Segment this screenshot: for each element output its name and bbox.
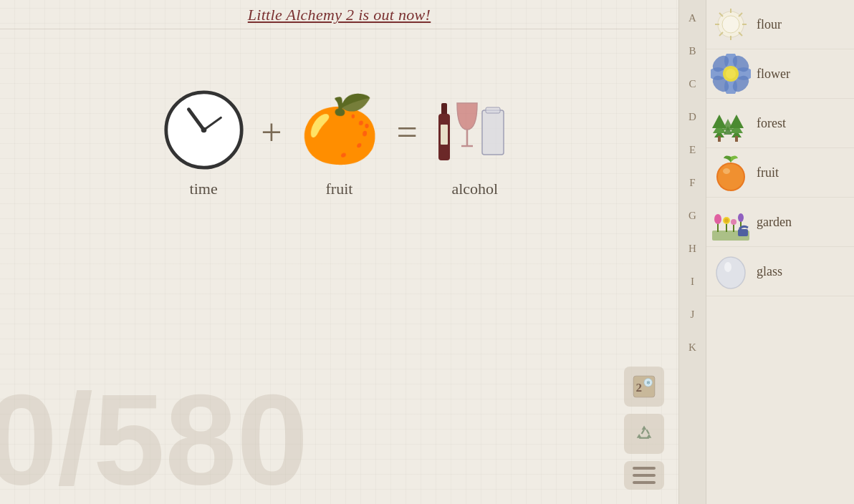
equation-area: time + 🍊 fruit =: [0, 87, 678, 198]
alchemy2-button[interactable]: 2 ❄: [624, 367, 664, 407]
garden-icon: [711, 202, 751, 242]
svg-point-30: [722, 16, 739, 33]
svg-text:❄: ❄: [646, 379, 651, 386]
fruit-label: fruit: [326, 180, 353, 198]
svg-line-19: [646, 430, 648, 434]
menu-line-2: [633, 474, 656, 477]
alpha-J[interactable]: J: [679, 298, 706, 331]
alpha-H[interactable]: H: [679, 232, 706, 265]
reset-button[interactable]: [624, 414, 664, 454]
alcohol-icon: [432, 87, 518, 173]
items-list: flour flower: [706, 0, 854, 504]
alpha-D[interactable]: D: [679, 100, 706, 133]
flower-icon: [711, 54, 751, 94]
svg-text:2: 2: [636, 381, 643, 394]
bottom-buttons: 2 ❄: [624, 367, 664, 490]
alpha-F[interactable]: F: [679, 166, 706, 199]
list-item-flour[interactable]: flour: [706, 0, 854, 49]
svg-rect-44: [718, 136, 721, 142]
time-label: time: [190, 180, 218, 198]
sidebar: A B C D E F G H I J K: [678, 0, 854, 504]
alpha-I[interactable]: I: [679, 265, 706, 298]
element-alcohol[interactable]: alcohol: [432, 87, 518, 198]
list-item-glass[interactable]: glass: [706, 247, 854, 296]
alphabet-column: A B C D E F G H I J K: [679, 0, 706, 504]
svg-point-59: [724, 218, 729, 223]
main-area: Little Alchemy 2 is out now! time +: [0, 0, 678, 504]
alpha-G[interactable]: G: [679, 199, 706, 232]
flour-name: flour: [757, 17, 782, 32]
forest-name: forest: [757, 116, 786, 131]
promo-banner: Little Alchemy 2 is out now!: [0, 0, 678, 29]
list-item-forest[interactable]: forest: [706, 99, 854, 148]
svg-point-61: [731, 219, 737, 225]
svg-rect-10: [486, 107, 500, 113]
element-fruit[interactable]: 🍊 fruit: [297, 87, 383, 198]
menu-button[interactable]: [624, 461, 664, 490]
svg-rect-48: [735, 136, 738, 142]
svg-rect-9: [482, 110, 504, 155]
time-icon: [160, 87, 246, 173]
alpha-K[interactable]: K: [679, 331, 706, 364]
list-item-flower[interactable]: flower: [706, 49, 854, 99]
svg-point-65: [716, 257, 745, 289]
svg-marker-15: [642, 426, 647, 430]
watermark: 0/580: [0, 375, 308, 504]
flower-name: flower: [757, 67, 790, 82]
glass-name: glass: [757, 264, 782, 279]
alpha-C[interactable]: C: [679, 67, 706, 100]
menu-line-3: [633, 481, 656, 484]
promo-link[interactable]: Little Alchemy 2 is out now!: [248, 6, 431, 24]
plus-operator: +: [261, 111, 282, 153]
fruit-sidebar-name: fruit: [757, 165, 779, 180]
fruit-icon: 🍊: [297, 87, 383, 173]
alpha-A[interactable]: A: [679, 1, 706, 34]
svg-point-66: [724, 262, 731, 272]
list-item-garden[interactable]: garden: [706, 198, 854, 247]
svg-line-18: [642, 430, 644, 434]
svg-point-63: [738, 213, 744, 222]
garden-name: garden: [757, 215, 792, 230]
list-item-fruit[interactable]: fruit: [706, 148, 854, 198]
svg-rect-64: [738, 229, 748, 236]
fruit-sidebar-icon: [711, 152, 751, 193]
alpha-B[interactable]: B: [679, 34, 706, 67]
svg-rect-6: [441, 125, 448, 145]
alpha-E[interactable]: E: [679, 133, 706, 166]
svg-point-40: [726, 69, 736, 79]
forest-icon: [711, 103, 751, 143]
alcohol-label: alcohol: [451, 180, 498, 198]
svg-point-56: [714, 214, 721, 224]
glass-icon: [711, 251, 751, 291]
flour-icon: [711, 4, 751, 44]
element-time[interactable]: time: [160, 87, 246, 198]
svg-point-52: [718, 164, 744, 190]
svg-point-53: [723, 168, 730, 174]
menu-line-1: [633, 467, 656, 470]
equals-operator: =: [397, 111, 418, 153]
fruit-emoji: 🍊: [299, 97, 380, 162]
